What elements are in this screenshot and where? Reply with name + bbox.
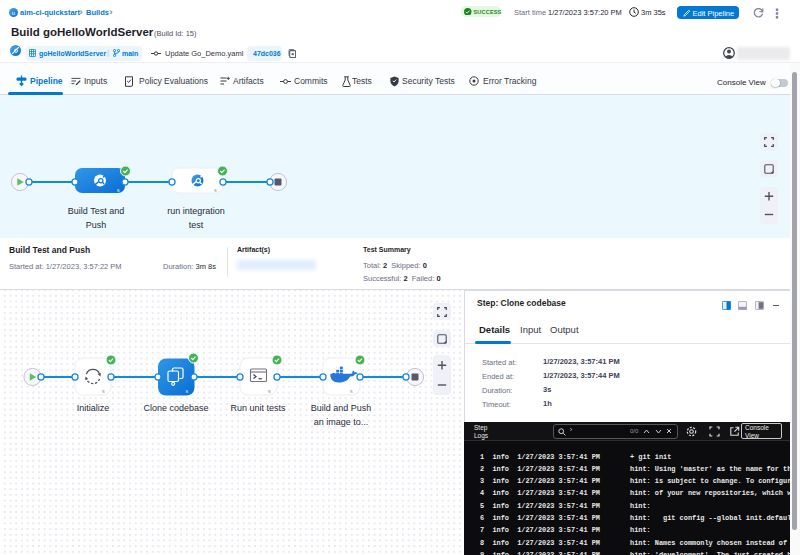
svg-text:s: s (117, 187, 120, 193)
svg-text:s: s (186, 388, 189, 394)
svg-text:s: s (350, 388, 353, 394)
svg-text:s: s (268, 388, 271, 394)
svg-text:u: u (12, 10, 15, 16)
svg-text:s: s (102, 388, 105, 394)
svg-text:s: s (214, 187, 217, 193)
